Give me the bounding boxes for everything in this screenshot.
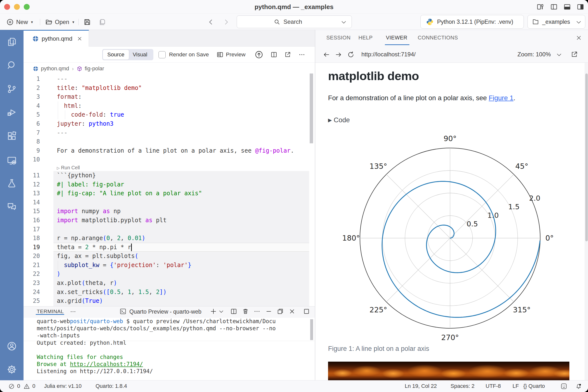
preview-icon[interactable]	[216, 51, 224, 58]
figure-link[interactable]: Figure 1	[489, 94, 514, 102]
new-terminal-icon[interactable]	[210, 308, 217, 315]
code-line[interactable]: 4 html:	[24, 102, 315, 110]
breadcrumb-file[interactable]: python.qmd	[41, 66, 69, 72]
code-line[interactable]: 10	[24, 155, 315, 164]
save-all-icon[interactable]	[98, 18, 106, 26]
terminal-output[interactable]: quarto-webposit/quarto-web $ quarto prev…	[24, 318, 308, 375]
code-line[interactable]: 3format:	[24, 92, 315, 102]
testing-icon[interactable]	[6, 178, 17, 188]
maximize-panel-icon[interactable]	[303, 308, 310, 315]
zoom-level[interactable]: Zoom: 100%	[518, 46, 551, 62]
navigate-back-icon[interactable]	[207, 18, 214, 26]
kill-terminal-icon[interactable]	[242, 308, 249, 315]
code-line[interactable]: 25ax.grid(True)	[24, 296, 315, 306]
code-line[interactable]: 14	[24, 198, 315, 207]
code-line[interactable]: 11```{python}	[24, 171, 315, 180]
new-button[interactable]: New ▼	[6, 18, 34, 26]
open-external-icon[interactable]	[284, 51, 291, 58]
code-line[interactable]: 19theta = 2 * np.pi * r	[24, 243, 315, 252]
editor-tab-active[interactable]: python.qmd	[24, 30, 89, 46]
eol-type[interactable]: LF	[512, 380, 519, 392]
quarto-version[interactable]: Quarto: 1.8.4	[96, 380, 127, 392]
code-line[interactable]: 21 subplot_kw = {'projection': 'polar'}	[24, 261, 315, 270]
cursor-position[interactable]: Ln 19, Col 22	[405, 380, 437, 392]
code-line[interactable]: 16import matplotlib.pyplot as plt	[24, 216, 315, 225]
code-line[interactable]: 6jupyter: python3	[24, 119, 315, 128]
split-terminal-icon[interactable]	[230, 308, 237, 315]
warning-count[interactable]: 0	[32, 380, 35, 392]
account-icon[interactable]	[6, 341, 17, 351]
source-control-icon[interactable]	[6, 84, 17, 94]
chevron-down-icon[interactable]	[557, 52, 562, 57]
close-panel-icon[interactable]	[288, 308, 296, 315]
code-line[interactable]: 1---	[24, 74, 315, 84]
back-icon[interactable]	[323, 51, 330, 58]
preview-label[interactable]: Preview	[226, 46, 246, 63]
split-editor-icon[interactable]	[270, 51, 277, 58]
toggle-primary-sidebar-icon[interactable]	[550, 3, 558, 10]
settings-gear-icon[interactable]	[6, 364, 17, 374]
search-box[interactable]: Search	[237, 16, 352, 28]
toggle-secondary-sidebar-icon[interactable]	[577, 3, 584, 10]
open-button[interactable]: Open ▼	[45, 18, 75, 26]
tab-session[interactable]: SESSION	[326, 30, 350, 46]
run-cell-button[interactable]: ▷ Run Cell	[24, 164, 315, 171]
code-line[interactable]: 2title: "matplotlib demo"	[24, 84, 315, 92]
save-icon[interactable]	[83, 18, 91, 26]
visual-toggle-button[interactable]: Visual	[129, 50, 152, 60]
customize-layout-icon[interactable]	[536, 3, 544, 10]
code-line[interactable]: 7---	[24, 128, 315, 138]
run-debug-icon[interactable]	[6, 107, 17, 117]
editor-scrollbar-thumb[interactable]	[310, 74, 313, 143]
terminal-tab[interactable]: TERMINAL	[37, 306, 64, 316]
navigate-forward-icon[interactable]	[222, 18, 230, 26]
code-line[interactable]: 17	[24, 225, 315, 234]
code-line[interactable]: 9For a demonstration of a line plot on a…	[24, 146, 315, 155]
close-panel-icon[interactable]	[576, 34, 582, 41]
terminal-dropdown-icon[interactable]	[219, 310, 224, 314]
viewer-scrollbar-thumb[interactable]	[585, 74, 588, 241]
render-on-save-checkbox[interactable]	[158, 51, 166, 58]
code-line[interactable]: 12#| label: fig-polar	[24, 180, 315, 189]
close-tab-icon[interactable]	[77, 36, 82, 42]
breadcrumb-cell[interactable]: fig-polar	[85, 66, 104, 72]
comments-icon[interactable]	[6, 202, 17, 212]
code-line[interactable]: 23ax.plot(theta, r)	[24, 278, 315, 288]
code-line[interactable]: 15import numpy as np	[24, 207, 315, 216]
feedback-smiley-icon[interactable]	[560, 383, 567, 390]
search-icon[interactable]	[6, 60, 17, 70]
viewer-scrollbar-track[interactable]	[584, 63, 588, 380]
interpreter-selector[interactable]: Python 3.12.1 (PipEnv: .venv)	[420, 15, 524, 29]
more-actions-icon[interactable]	[298, 51, 305, 58]
notifications-bell-icon[interactable]	[575, 383, 582, 390]
code-line[interactable]: 20fig, ax = plt.subplots(	[24, 252, 315, 261]
restore-panel-icon[interactable]	[277, 308, 284, 315]
reload-icon[interactable]	[347, 51, 354, 58]
toggle-panel-icon[interactable]	[564, 3, 571, 10]
render-document-icon[interactable]	[255, 50, 263, 59]
tab-viewer[interactable]: VIEWER	[386, 30, 408, 46]
code-line[interactable]: 18r = np.arange(0, 2, 0.01)	[24, 234, 315, 243]
viewer-url[interactable]: http://localhost:7194/	[362, 46, 416, 62]
code-disclosure[interactable]: ▶ Code	[328, 116, 350, 124]
minimize-panel-icon[interactable]	[265, 308, 272, 315]
source-toggle-button[interactable]: Source	[103, 50, 129, 60]
extensions-icon[interactable]	[6, 131, 17, 141]
tab-help[interactable]: HELP	[358, 30, 373, 46]
explorer-icon[interactable]	[6, 37, 17, 47]
code-line[interactable]: 13#| fig-cap: "A line plot on a polar ax…	[24, 189, 315, 198]
code-editor[interactable]: 1---2title: "matplotlib demo"3format:4 h…	[24, 74, 315, 306]
error-count[interactable]: 0	[17, 380, 20, 392]
open-in-browser-icon[interactable]	[570, 51, 578, 58]
indentation[interactable]: Spaces: 2	[450, 380, 474, 392]
code-line[interactable]: 22)	[24, 270, 315, 278]
julia-env[interactable]: Julia env: v1.10	[44, 380, 82, 392]
more-icon[interactable]	[70, 308, 76, 315]
terminal-scrollbar-thumb[interactable]	[310, 319, 313, 340]
forward-icon[interactable]	[335, 51, 342, 58]
encoding[interactable]: UTF-8	[486, 380, 501, 392]
code-line[interactable]: 8	[24, 137, 315, 146]
code-line[interactable]: 5 code-fold: true	[24, 110, 315, 119]
code-line[interactable]: 24ax.set_rticks([0.5, 1, 1.5, 2])	[24, 288, 315, 297]
console-sessions-icon[interactable]	[6, 155, 17, 166]
